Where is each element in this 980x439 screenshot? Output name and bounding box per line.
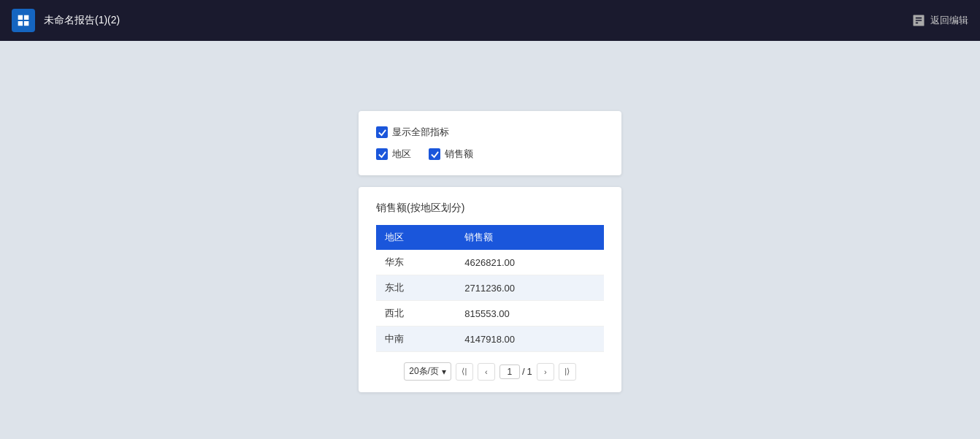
table-title: 销售额(按地区划分) bbox=[376, 202, 604, 215]
region-checkbox[interactable] bbox=[376, 148, 388, 160]
first-page-button[interactable]: ⟨| bbox=[456, 363, 473, 381]
table-card: 销售额(按地区划分) 地区 销售额 华东 4626821.00 东北 27112… bbox=[359, 187, 621, 392]
per-page-select[interactable]: 20条/页 ▾ bbox=[404, 362, 451, 381]
page-info: 1 / 1 bbox=[499, 364, 532, 379]
cell-region-3: 中南 bbox=[376, 327, 456, 352]
cell-amount-3: 4147918.00 bbox=[456, 327, 604, 352]
total-pages: 1 bbox=[527, 366, 532, 377]
next-page-button[interactable]: › bbox=[537, 363, 554, 381]
app-header: 未命名报告(1)(2) 返回编辑 bbox=[0, 0, 980, 41]
col-header-region: 地区 bbox=[376, 225, 456, 250]
table-row: 东北 2711236.00 bbox=[376, 275, 604, 301]
dropdown-icon: ▾ bbox=[442, 367, 446, 377]
show-all-row: 显示全部指标 bbox=[376, 126, 604, 139]
table-row: 中南 4147918.00 bbox=[376, 327, 604, 352]
table-row: 华东 4626821.00 bbox=[376, 250, 604, 275]
table-header-row: 地区 销售额 bbox=[376, 225, 604, 250]
table-row: 西北 815553.00 bbox=[376, 301, 604, 327]
cell-amount-0: 4626821.00 bbox=[456, 250, 604, 275]
per-page-value: 20条/页 bbox=[409, 365, 439, 378]
logo-icon bbox=[12, 9, 35, 32]
filter-card: 显示全部指标 地区 销售额 bbox=[359, 111, 621, 175]
last-page-button[interactable]: |⟩ bbox=[559, 363, 576, 381]
report-title: 未命名报告(1)(2) bbox=[44, 14, 120, 27]
cell-amount-1: 2711236.00 bbox=[456, 275, 604, 301]
field-checkboxes-row: 地区 销售额 bbox=[376, 148, 604, 161]
col-header-amount: 销售额 bbox=[456, 225, 604, 250]
current-page[interactable]: 1 bbox=[499, 364, 520, 379]
cell-region-2: 西北 bbox=[376, 301, 456, 327]
show-all-checkbox[interactable] bbox=[376, 126, 388, 138]
sales-table: 地区 销售额 华东 4626821.00 东北 2711236.00 西北 81… bbox=[376, 225, 604, 352]
sales-label: 销售额 bbox=[445, 148, 473, 161]
sales-checkbox[interactable] bbox=[429, 148, 440, 160]
show-all-label: 显示全部指标 bbox=[392, 126, 449, 139]
back-label: 返回编辑 bbox=[930, 14, 968, 27]
pagination: 20条/页 ▾ ⟨| ‹ 1 / 1 › |⟩ bbox=[376, 362, 604, 381]
cell-region-1: 东北 bbox=[376, 275, 456, 301]
header-left: 未命名报告(1)(2) bbox=[12, 9, 120, 32]
show-all-checkbox-item[interactable]: 显示全部指标 bbox=[376, 126, 449, 139]
cell-region-0: 华东 bbox=[376, 250, 456, 275]
region-label: 地区 bbox=[392, 148, 411, 161]
page-separator: / bbox=[522, 366, 525, 377]
back-to-edit-button[interactable]: 返回编辑 bbox=[911, 13, 968, 28]
region-checkbox-item[interactable]: 地区 bbox=[376, 148, 411, 161]
sales-checkbox-item[interactable]: 销售额 bbox=[429, 148, 473, 161]
main-content: 显示全部指标 地区 销售额 销售额(按地区划分) 地区 bbox=[0, 41, 980, 439]
prev-page-button[interactable]: ‹ bbox=[478, 363, 495, 381]
cell-amount-2: 815553.00 bbox=[456, 301, 604, 327]
